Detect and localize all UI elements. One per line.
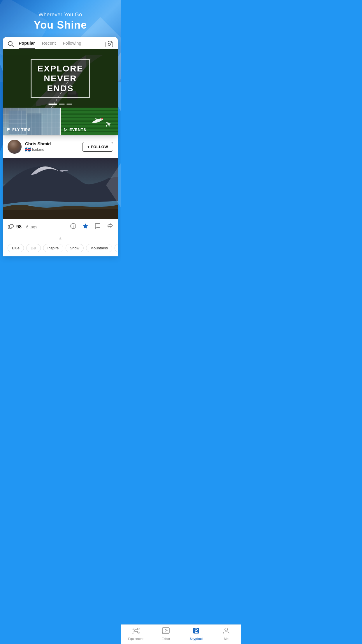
- svg-rect-30: [61, 115, 118, 117]
- action-bar: 98 6 tags: [3, 219, 118, 235]
- avatar-image: [8, 140, 22, 154]
- expand-arrow: ▲: [3, 235, 118, 241]
- events-label: ▷ EVENTS: [64, 127, 86, 132]
- svg-rect-20: [27, 113, 41, 135]
- tag-dji[interactable]: DJI: [26, 244, 41, 252]
- tag-blue[interactable]: Blue: [8, 244, 24, 252]
- play-icon: ▷: [64, 127, 68, 132]
- fly-tips-card[interactable]: ⚑ FLY TIPS: [3, 108, 61, 135]
- svg-rect-31: [61, 118, 118, 120]
- like-icon[interactable]: [8, 223, 14, 231]
- share-icon[interactable]: [107, 223, 113, 231]
- user-section: Chris Shmid 🇮🇸 Iceland + FOLLOW: [3, 135, 118, 158]
- tab-following[interactable]: Following: [63, 41, 81, 49]
- post-photo: [3, 158, 118, 219]
- tabs: Popular Recent Following: [19, 41, 106, 49]
- flag-emoji: 🇮🇸: [25, 147, 31, 152]
- svg-rect-8: [86, 49, 118, 84]
- svg-point-43: [73, 225, 73, 225]
- search-icon[interactable]: [8, 41, 14, 49]
- hero-section: Wherever You Go You Shine: [0, 0, 121, 31]
- dot-1[interactable]: [48, 104, 57, 105]
- like-section: 98: [8, 223, 22, 231]
- svg-rect-35: [61, 132, 118, 135]
- user-name: Chris Shmid: [25, 141, 82, 146]
- hero-banner: EXPLORE NEVER ENDS: [3, 49, 118, 108]
- dot-3[interactable]: [66, 104, 72, 105]
- svg-point-3: [108, 43, 110, 46]
- svg-rect-32: [61, 122, 118, 124]
- tags-count: 6 tags: [26, 225, 37, 229]
- tag-mountains[interactable]: Mountains: [86, 244, 112, 252]
- user-info: Chris Shmid 🇮🇸 Iceland: [25, 141, 82, 152]
- mountain-svg: [3, 158, 118, 219]
- action-icons: [70, 223, 113, 231]
- location-text: Iceland: [32, 147, 44, 152]
- tag-inspire[interactable]: Inspire: [43, 244, 63, 252]
- flag-icon: ⚑: [6, 127, 10, 132]
- user-location: 🇮🇸 Iceland: [25, 147, 82, 152]
- main-card: Popular Recent Following: [3, 37, 118, 135]
- svg-rect-23: [43, 109, 59, 135]
- post-card: Chris Shmid 🇮🇸 Iceland + FOLLOW: [3, 135, 118, 256]
- add-photo-icon[interactable]: [106, 41, 113, 49]
- hero-subtitle: Wherever You Go: [0, 12, 121, 18]
- tag-snow[interactable]: Snow: [66, 244, 84, 252]
- banner-line1: EXPLORE: [37, 64, 83, 74]
- tab-recent[interactable]: Recent: [42, 41, 56, 49]
- tab-popular[interactable]: Popular: [19, 41, 35, 49]
- svg-line-1: [12, 45, 14, 47]
- comment-icon[interactable]: [94, 223, 101, 231]
- avatar: [8, 140, 22, 154]
- star-icon[interactable]: [82, 223, 89, 231]
- fly-tips-label: ⚑ FLY TIPS: [6, 127, 31, 132]
- banner-line2: NEVER ENDS: [37, 74, 83, 93]
- category-row: ⚑ FLY TIPS: [3, 108, 118, 135]
- svg-rect-29: [61, 111, 118, 113]
- hero-title: You Shine: [0, 19, 121, 31]
- tags-row: Blue DJI Inspire Snow Mountains Happy: [3, 241, 118, 256]
- info-icon[interactable]: [70, 223, 76, 231]
- svg-rect-2: [106, 42, 113, 47]
- dot-2[interactable]: [59, 104, 65, 105]
- tab-bar: Popular Recent Following: [3, 37, 118, 49]
- banner-dots: [48, 104, 72, 105]
- follow-button[interactable]: + FOLLOW: [82, 142, 113, 152]
- events-card[interactable]: ▷ EVENTS: [61, 108, 118, 135]
- banner-text-box: EXPLORE NEVER ENDS: [31, 59, 90, 98]
- like-count: 98: [16, 224, 22, 230]
- tag-happy[interactable]: Happy: [115, 244, 118, 252]
- bottom-spacer: [0, 256, 121, 280]
- svg-rect-28: [61, 108, 118, 110]
